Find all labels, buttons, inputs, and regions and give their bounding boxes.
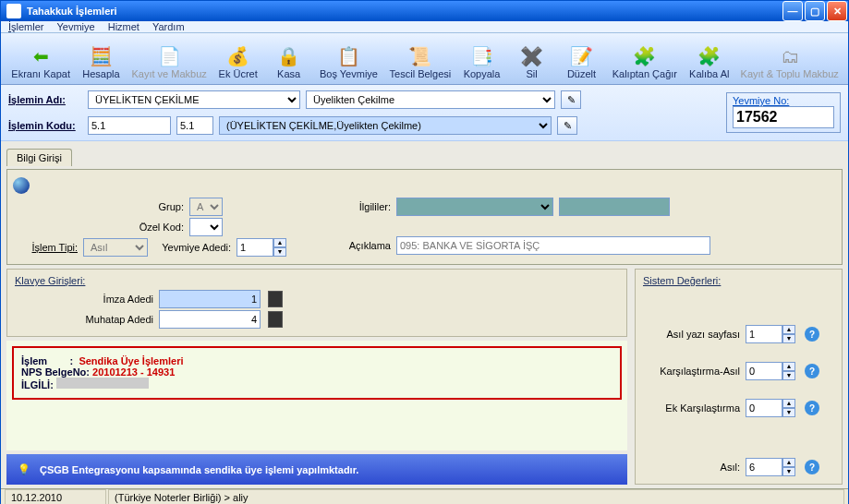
menu-yevmiye[interactable]: Yevmiye — [57, 21, 95, 32]
imza-label: İmza Adedi — [15, 294, 153, 305]
tool-duzelt[interactable]: 📝Düzelt — [558, 34, 606, 82]
tool-kaliba-al[interactable]: 🧩Kalıba Al — [684, 34, 734, 82]
statusbar: 10.12.2010 (Türkiye Noterler Birliği) > … — [1, 488, 848, 504]
help-icon[interactable]: ? — [805, 401, 819, 415]
tool-kaliptan-cagir[interactable]: 🧩Kalıptan Çağır — [608, 34, 683, 82]
islemin-adi-sub-select[interactable]: Üyelikten Çekilme — [306, 90, 555, 109]
tool-kopyala[interactable]: 📑Kopyala — [458, 34, 506, 82]
kars-asil-label: Karşılaştırma-Asıl — [643, 366, 740, 377]
islemin-kodu-input2[interactable] — [176, 116, 213, 135]
info-islem-v: Sendika Üye İşlemleri — [79, 355, 183, 366]
spin-down-icon[interactable]: ▼ — [273, 247, 286, 257]
edit-kod-button[interactable]: ✎ — [557, 116, 577, 135]
tool-tescil-belgesi[interactable]: 📜Tescil Belgesi — [384, 34, 455, 82]
islemin-adi-select[interactable]: ÜYELİKTEN ÇEKİLME — [88, 90, 300, 109]
tabstrip: Bilgi Girişi — [6, 145, 843, 165]
receipt-icon: 📄 — [158, 45, 180, 67]
asil-yazi-spin[interactable]: ▲▼ — [746, 325, 795, 343]
tool-kayit-makbuz[interactable]: 📄Kayıt ve Makbuz — [127, 34, 212, 82]
menu-islemler[interactable]: İşlemler — [8, 21, 44, 32]
tool-kasa[interactable]: 🔒Kasa — [265, 34, 313, 82]
banner-icon: 💡 — [18, 463, 30, 475]
tab-bilgi-girisi[interactable]: Bilgi Girişi — [6, 149, 72, 166]
spin-down-icon[interactable]: ▼ — [782, 467, 795, 476]
ilgililer-select[interactable] — [396, 198, 553, 216]
grup-select[interactable]: A — [189, 198, 223, 216]
spin-up-icon[interactable]: ▲ — [782, 325, 795, 334]
titlebar: Tahakkuk İşlemleri — ▢ ✕ — [1, 1, 848, 21]
grup-label: Grup: — [13, 201, 184, 212]
spin-down-icon[interactable]: ▼ — [782, 371, 795, 380]
aciklama-input[interactable] — [396, 236, 710, 255]
asil-input[interactable] — [746, 458, 782, 476]
arrow-left-icon: ⬅ — [30, 45, 52, 67]
yevmiye-input[interactable] — [733, 106, 834, 128]
calc-icon[interactable] — [268, 291, 283, 307]
spin-down-icon[interactable]: ▼ — [782, 408, 795, 417]
asil-spin[interactable]: ▲▼ — [746, 458, 795, 476]
close-button[interactable]: ✕ — [827, 1, 847, 21]
klavye-legend: Klavye Girişleri: — [15, 275, 619, 286]
spin-up-icon[interactable]: ▲ — [782, 399, 795, 408]
ek-kars-spin[interactable]: ▲▼ — [746, 399, 795, 417]
tool-ekrani-kapat[interactable]: ⬅Ekranı Kapat — [6, 34, 75, 82]
banner-text: ÇSGB Entegrasyonu kapsamında sendika üye… — [40, 464, 358, 475]
kars-asil-input[interactable] — [746, 362, 782, 380]
delete-icon: ✖️ — [521, 45, 543, 67]
toolbar: ⬅Ekranı Kapat 🧮Hesapla 📄Kayıt ve Makbuz … — [1, 33, 848, 85]
muhatap-input[interactable] — [159, 310, 261, 329]
info-ilgili-k: İLGİLİ: — [21, 379, 54, 390]
spin-up-icon[interactable]: ▲ — [782, 458, 795, 467]
kars-asil-spin[interactable]: ▲▼ — [746, 362, 795, 380]
sistem-legend: Sistem Değerleri: — [643, 275, 834, 286]
spin-down-icon[interactable]: ▼ — [782, 334, 795, 343]
menu-yardim[interactable]: Yardım — [152, 21, 185, 32]
tool-hesapla[interactable]: 🧮Hesapla — [77, 34, 125, 82]
ozel-kod-select[interactable] — [189, 218, 223, 236]
banner: 💡 ÇSGB Entegrasyonu kapsamında sendika ü… — [6, 454, 627, 485]
safe-icon: 🔒 — [278, 45, 300, 67]
yevmiye-adedi-label: Yevmiye Adedi: — [153, 242, 231, 253]
spin-up-icon[interactable]: ▲ — [273, 238, 286, 247]
yevmiye-adedi-input[interactable] — [237, 238, 273, 257]
panel-top: Grup:A Özel Kod: İşlem Tipi: Asıl Yevmiy… — [6, 169, 843, 265]
sistem-fieldset: Sistem Değerleri: Asıl yazı sayfası▲▼? K… — [635, 269, 843, 485]
status-date: 10.12.2010 — [5, 489, 106, 504]
islem-tipi-select[interactable]: Asıl — [83, 238, 148, 257]
minimize-button[interactable]: — — [782, 1, 803, 21]
info-islem-k: İşlem : — [21, 355, 73, 366]
maximize-button[interactable]: ▢ — [805, 1, 825, 21]
pencil-icon: ✎ — [564, 120, 572, 132]
info-nps-v: 20101213 - 14931 — [92, 366, 175, 378]
tool-sil[interactable]: ✖️Sil — [508, 34, 556, 82]
menu-hizmet[interactable]: Hizmet — [108, 21, 139, 32]
klavye-fieldset: Klavye Girişleri: İmza Adedi Muhatap Ade… — [6, 269, 627, 337]
help-icon[interactable]: ? — [805, 327, 819, 342]
islemin-kodu-input[interactable] — [88, 116, 171, 135]
ek-kars-label: Ek Karşılaştırma — [643, 402, 740, 414]
calc-icon[interactable] — [268, 311, 283, 328]
asil-yazi-label: Asıl yazı sayfası — [643, 329, 740, 340]
help-icon[interactable]: ? — [805, 364, 819, 378]
tool-bos-yevmiye[interactable]: 📋Boş Yevmiye — [315, 34, 383, 82]
tool-ek-ucret[interactable]: 💰Ek Ücret — [213, 34, 263, 82]
tool-kayit-toplu[interactable]: 🗂Kayıt & Toplu Makbuz — [736, 34, 843, 82]
yevmiye-adedi-spin[interactable]: ▲▼ — [237, 238, 286, 257]
islemin-kodu-label: İşlemin Kodu: — [8, 120, 82, 131]
help-icon[interactable]: ? — [805, 460, 819, 474]
ek-kars-input[interactable] — [746, 399, 782, 417]
islemin-kodu-desc-select[interactable]: (ÜYELİKTEN ÇEKİLME,Üyelikten Çekilme) — [219, 116, 552, 135]
asil-yazi-input[interactable] — [746, 325, 782, 343]
islemin-adi-label: İşlemin Adı: — [8, 94, 82, 105]
puzzle-in-icon: 🧩 — [634, 45, 656, 67]
spin-up-icon[interactable]: ▲ — [782, 362, 795, 371]
window-title: Tahakkuk İşlemleri — [27, 6, 117, 17]
imza-input[interactable] — [159, 290, 261, 308]
menubar: İşlemler Yevmiye Hizmet Yardım — [1, 21, 848, 33]
money-bag-icon: 💰 — [227, 45, 249, 67]
ilgililer-input[interactable] — [559, 198, 670, 216]
muhatap-label: Muhatap Adedi — [15, 314, 153, 325]
ozel-kod-label: Özel Kod: — [13, 222, 184, 233]
edit-islem-button[interactable]: ✎ — [561, 90, 581, 109]
certificate-icon: 📜 — [409, 45, 431, 67]
